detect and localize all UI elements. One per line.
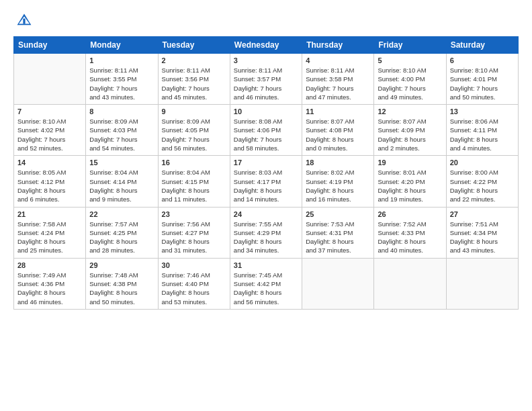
logo xyxy=(13,12,32,28)
day-info: Sunrise: 7:53 AM Sunset: 4:31 PM Dayligh… xyxy=(306,220,370,255)
day-info: Sunrise: 8:11 AM Sunset: 3:58 PM Dayligh… xyxy=(306,66,370,101)
day-cell: 4Sunrise: 8:11 AM Sunset: 3:58 PM Daylig… xyxy=(302,54,374,105)
day-number: 5 xyxy=(378,56,442,64)
day-cell: 10Sunrise: 8:08 AM Sunset: 4:06 PM Dayli… xyxy=(230,105,302,156)
day-info: Sunrise: 8:02 AM Sunset: 4:19 PM Dayligh… xyxy=(306,168,370,203)
day-info: Sunrise: 8:00 AM Sunset: 4:22 PM Dayligh… xyxy=(450,168,515,203)
week-row: 28Sunrise: 7:49 AM Sunset: 4:36 PM Dayli… xyxy=(14,258,519,309)
header-day: Thursday xyxy=(302,37,374,54)
day-info: Sunrise: 7:48 AM Sunset: 4:38 PM Dayligh… xyxy=(89,271,154,306)
day-info: Sunrise: 8:09 AM Sunset: 4:03 PM Dayligh… xyxy=(89,117,154,152)
day-cell: 19Sunrise: 8:01 AM Sunset: 4:20 PM Dayli… xyxy=(374,156,446,207)
day-info: Sunrise: 7:46 AM Sunset: 4:40 PM Dayligh… xyxy=(162,271,226,306)
day-info: Sunrise: 8:03 AM Sunset: 4:17 PM Dayligh… xyxy=(234,168,298,203)
day-number: 16 xyxy=(162,158,226,167)
day-number: 13 xyxy=(450,107,515,116)
day-number: 29 xyxy=(89,261,154,269)
day-cell xyxy=(446,258,518,309)
day-info: Sunrise: 8:06 AM Sunset: 4:11 PM Dayligh… xyxy=(450,117,515,152)
calendar-table: SundayMondayTuesdayWednesdayThursdayFrid… xyxy=(13,36,519,310)
day-cell: 9Sunrise: 8:09 AM Sunset: 4:05 PM Daylig… xyxy=(158,105,230,156)
day-cell: 26Sunrise: 7:52 AM Sunset: 4:33 PM Dayli… xyxy=(374,207,446,258)
day-info: Sunrise: 7:49 AM Sunset: 4:36 PM Dayligh… xyxy=(17,271,82,306)
day-cell: 12Sunrise: 8:07 AM Sunset: 4:09 PM Dayli… xyxy=(374,105,446,156)
day-cell xyxy=(14,54,86,105)
svg-rect-2 xyxy=(23,19,25,24)
header-day: Wednesday xyxy=(230,37,302,54)
day-info: Sunrise: 8:07 AM Sunset: 4:09 PM Dayligh… xyxy=(378,117,442,152)
day-number: 24 xyxy=(234,210,298,218)
day-number: 19 xyxy=(378,158,442,167)
day-cell: 20Sunrise: 8:00 AM Sunset: 4:22 PM Dayli… xyxy=(446,156,518,207)
page: SundayMondayTuesdayWednesdayThursdayFrid… xyxy=(0,0,532,316)
day-cell: 25Sunrise: 7:53 AM Sunset: 4:31 PM Dayli… xyxy=(302,207,374,258)
day-number: 12 xyxy=(378,107,442,116)
header-day: Friday xyxy=(374,37,446,54)
day-cell: 29Sunrise: 7:48 AM Sunset: 4:38 PM Dayli… xyxy=(86,258,158,309)
header-row: SundayMondayTuesdayWednesdayThursdayFrid… xyxy=(14,37,519,54)
day-info: Sunrise: 8:11 AM Sunset: 3:55 PM Dayligh… xyxy=(89,66,154,101)
day-number: 17 xyxy=(234,158,298,167)
calendar-header: SundayMondayTuesdayWednesdayThursdayFrid… xyxy=(14,37,519,54)
day-cell: 28Sunrise: 7:49 AM Sunset: 4:36 PM Dayli… xyxy=(14,258,86,309)
day-number: 15 xyxy=(89,158,154,167)
day-info: Sunrise: 8:04 AM Sunset: 4:14 PM Dayligh… xyxy=(89,168,154,203)
day-number: 23 xyxy=(162,210,226,218)
day-number: 26 xyxy=(378,210,442,218)
day-info: Sunrise: 7:56 AM Sunset: 4:27 PM Dayligh… xyxy=(162,220,226,255)
day-cell: 15Sunrise: 8:04 AM Sunset: 4:14 PM Dayli… xyxy=(86,156,158,207)
calendar-body: 1Sunrise: 8:11 AM Sunset: 3:55 PM Daylig… xyxy=(14,54,519,310)
day-info: Sunrise: 8:10 AM Sunset: 4:02 PM Dayligh… xyxy=(17,117,82,152)
day-info: Sunrise: 8:11 AM Sunset: 3:57 PM Dayligh… xyxy=(234,66,298,101)
header-day: Tuesday xyxy=(158,37,230,54)
day-cell: 6Sunrise: 8:10 AM Sunset: 4:01 PM Daylig… xyxy=(446,54,518,105)
day-cell: 13Sunrise: 8:06 AM Sunset: 4:11 PM Dayli… xyxy=(446,105,518,156)
week-row: 14Sunrise: 8:05 AM Sunset: 4:12 PM Dayli… xyxy=(14,156,519,207)
day-number: 10 xyxy=(234,107,298,116)
day-number: 20 xyxy=(450,158,515,167)
day-info: Sunrise: 7:57 AM Sunset: 4:25 PM Dayligh… xyxy=(89,220,154,255)
day-number: 18 xyxy=(306,158,370,167)
day-number: 25 xyxy=(306,210,370,218)
header xyxy=(13,12,519,28)
day-cell: 14Sunrise: 8:05 AM Sunset: 4:12 PM Dayli… xyxy=(14,156,86,207)
day-number: 11 xyxy=(306,107,370,116)
day-number: 4 xyxy=(306,56,370,64)
day-number: 27 xyxy=(450,210,515,218)
day-number: 2 xyxy=(162,56,226,64)
day-number: 14 xyxy=(17,158,82,167)
week-row: 21Sunrise: 7:58 AM Sunset: 4:24 PM Dayli… xyxy=(14,207,519,258)
day-info: Sunrise: 8:10 AM Sunset: 4:00 PM Dayligh… xyxy=(378,66,442,101)
day-cell xyxy=(374,258,446,309)
day-number: 28 xyxy=(17,261,82,269)
day-cell: 17Sunrise: 8:03 AM Sunset: 4:17 PM Dayli… xyxy=(230,156,302,207)
day-info: Sunrise: 7:58 AM Sunset: 4:24 PM Dayligh… xyxy=(17,220,82,255)
day-info: Sunrise: 8:11 AM Sunset: 3:56 PM Dayligh… xyxy=(162,66,226,101)
week-row: 7Sunrise: 8:10 AM Sunset: 4:02 PM Daylig… xyxy=(14,105,519,156)
day-cell: 27Sunrise: 7:51 AM Sunset: 4:34 PM Dayli… xyxy=(446,207,518,258)
day-number: 9 xyxy=(162,107,226,116)
logo-icon xyxy=(16,12,32,28)
day-number: 21 xyxy=(17,210,82,218)
day-info: Sunrise: 7:45 AM Sunset: 4:42 PM Dayligh… xyxy=(234,271,298,306)
header-day: Monday xyxy=(86,37,158,54)
day-cell: 21Sunrise: 7:58 AM Sunset: 4:24 PM Dayli… xyxy=(14,207,86,258)
day-cell: 18Sunrise: 8:02 AM Sunset: 4:19 PM Dayli… xyxy=(302,156,374,207)
day-number: 8 xyxy=(89,107,154,116)
day-cell xyxy=(302,258,374,309)
day-info: Sunrise: 8:01 AM Sunset: 4:20 PM Dayligh… xyxy=(378,168,442,203)
day-info: Sunrise: 7:55 AM Sunset: 4:29 PM Dayligh… xyxy=(234,220,298,255)
day-cell: 30Sunrise: 7:46 AM Sunset: 4:40 PM Dayli… xyxy=(158,258,230,309)
day-cell: 22Sunrise: 7:57 AM Sunset: 4:25 PM Dayli… xyxy=(86,207,158,258)
day-info: Sunrise: 7:51 AM Sunset: 4:34 PM Dayligh… xyxy=(450,220,515,255)
day-cell: 8Sunrise: 8:09 AM Sunset: 4:03 PM Daylig… xyxy=(86,105,158,156)
day-cell: 1Sunrise: 8:11 AM Sunset: 3:55 PM Daylig… xyxy=(86,54,158,105)
day-cell: 23Sunrise: 7:56 AM Sunset: 4:27 PM Dayli… xyxy=(158,207,230,258)
day-info: Sunrise: 8:08 AM Sunset: 4:06 PM Dayligh… xyxy=(234,117,298,152)
day-info: Sunrise: 8:10 AM Sunset: 4:01 PM Dayligh… xyxy=(450,66,515,101)
day-cell: 16Sunrise: 8:04 AM Sunset: 4:15 PM Dayli… xyxy=(158,156,230,207)
day-cell: 5Sunrise: 8:10 AM Sunset: 4:00 PM Daylig… xyxy=(374,54,446,105)
day-cell: 31Sunrise: 7:45 AM Sunset: 4:42 PM Dayli… xyxy=(230,258,302,309)
day-info: Sunrise: 8:05 AM Sunset: 4:12 PM Dayligh… xyxy=(17,168,82,203)
day-number: 1 xyxy=(89,56,154,64)
